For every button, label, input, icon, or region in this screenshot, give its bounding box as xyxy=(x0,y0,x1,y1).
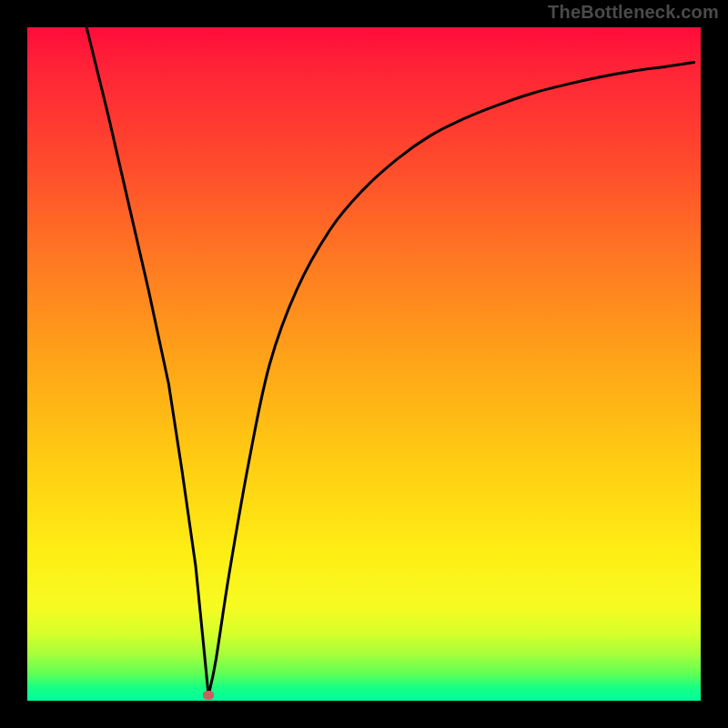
curve-path xyxy=(86,27,694,695)
chart-frame: TheBottleneck.com xyxy=(0,0,728,728)
bottleneck-curve xyxy=(27,27,701,701)
plot-gradient-background xyxy=(27,27,701,701)
watermark-text: TheBottleneck.com xyxy=(548,2,719,23)
minimum-marker xyxy=(203,691,214,700)
